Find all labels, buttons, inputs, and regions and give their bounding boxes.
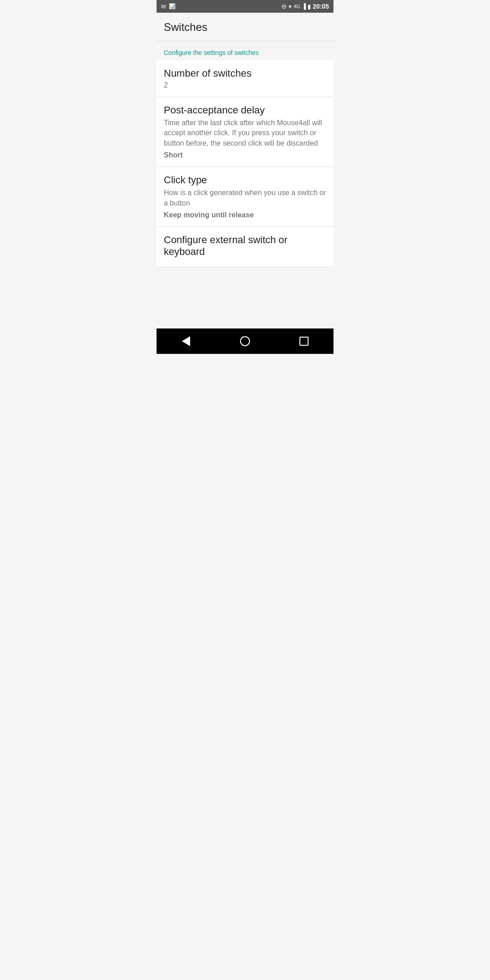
- number-of-switches-item[interactable]: Number of switches 2: [157, 60, 333, 97]
- signal-bars-icon: ▐: [302, 3, 306, 10]
- post-acceptance-delay-description: Time after the last click after which Mo…: [164, 118, 326, 148]
- navigation-bar: [157, 328, 333, 354]
- configure-external-item[interactable]: Configure external switch or keyboard: [157, 227, 333, 267]
- click-type-value: Keep moving until release: [164, 211, 326, 219]
- post-acceptance-delay-item[interactable]: Post-acceptance delay Time after the las…: [157, 97, 333, 167]
- status-bar: ✉ 📊 ⊖ ▾ 4G ▐ ▮ 20:05: [157, 0, 333, 13]
- signal-4g-icon: 4G: [294, 4, 300, 9]
- click-type-description: How is a click generated when you use a …: [164, 188, 326, 208]
- number-of-switches-title: Number of switches: [164, 68, 326, 79]
- app-bar: Switches: [157, 13, 333, 41]
- recents-button[interactable]: [290, 332, 318, 350]
- status-bar-left-icons: ✉ 📊: [161, 3, 176, 10]
- email-icon: ✉: [161, 3, 166, 10]
- back-button[interactable]: [172, 332, 200, 350]
- post-acceptance-delay-value: Short: [164, 151, 326, 159]
- number-of-switches-value: 2: [164, 81, 326, 89]
- home-icon: [240, 336, 250, 346]
- section-header-text: Configure the settings of switches: [164, 49, 259, 56]
- settings-content: Configure the settings of switches Numbe…: [157, 41, 333, 328]
- section-header: Configure the settings of switches: [157, 41, 333, 60]
- do-not-disturb-icon: ⊖: [281, 3, 287, 10]
- status-bar-right-icons: ⊖ ▾ 4G ▐ ▮ 20:05: [281, 3, 329, 10]
- battery-icon: ▮: [308, 3, 311, 10]
- click-type-title: Click type: [164, 174, 326, 186]
- activity-icon: 📊: [169, 3, 176, 10]
- wifi-icon: ▾: [289, 3, 292, 10]
- home-button[interactable]: [231, 332, 259, 350]
- time-display: 20:05: [313, 3, 329, 10]
- click-type-item[interactable]: Click type How is a click generated when…: [157, 167, 333, 227]
- back-icon: [182, 336, 190, 346]
- configure-external-title: Configure external switch or keyboard: [164, 234, 326, 258]
- post-acceptance-delay-title: Post-acceptance delay: [164, 104, 326, 116]
- recents-icon: [299, 337, 309, 346]
- page-title: Switches: [164, 21, 326, 34]
